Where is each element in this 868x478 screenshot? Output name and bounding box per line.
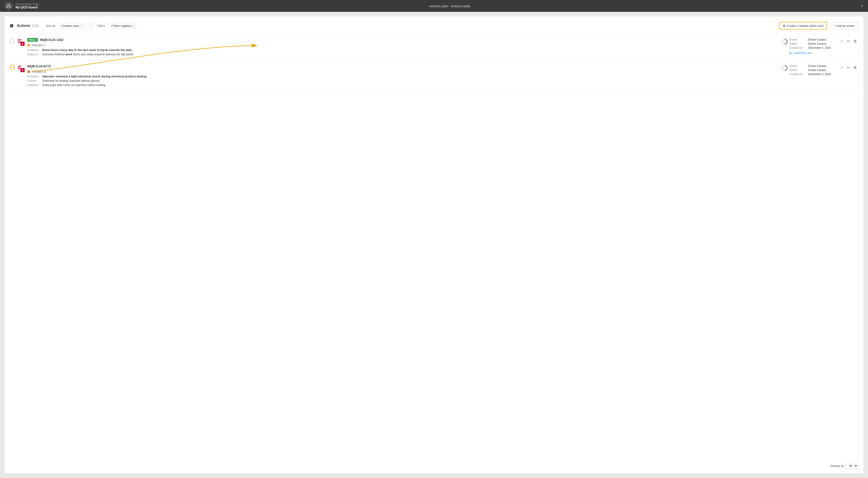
display-label: Display by — [830, 464, 844, 468]
row-1-checkbox[interactable] — [10, 38, 14, 43]
filter-dropdown[interactable]: 2 filters applied ▾ — [109, 23, 136, 29]
bottom-divider — [10, 93, 858, 93]
row-1-meta-block: Owner : Erwan Cazaux Author : Erwan Caza… — [781, 38, 835, 55]
owner-value-1: Erwan Cazaux — [808, 38, 826, 41]
row-1-expand-button[interactable]: ⤢ — [839, 38, 844, 44]
row-2-edit-button[interactable]: ✏ — [846, 64, 851, 70]
row-1-progress-icon — [781, 38, 788, 45]
row-2-expand-button[interactable]: ⤢ — [839, 64, 844, 70]
close-button[interactable]: × — [861, 3, 863, 9]
attached-card-icon: ⊞ — [789, 51, 792, 55]
app-logo — [5, 2, 13, 10]
indicator-1-dot — [27, 44, 30, 47]
owner-label-2: Owner : — [789, 64, 807, 68]
sort-label: Sort by — [46, 24, 55, 28]
row-1-meta: Owner : Erwan Cazaux Author : Erwan Caza… — [789, 38, 835, 55]
solution-label-2: Solution: — [27, 83, 41, 87]
create-related-button[interactable]: ⊞ Create a related action card — [779, 22, 827, 30]
solution-value-1: Increase finished good stock and setup e… — [42, 53, 133, 56]
row-1-icon: S — [17, 38, 25, 46]
create-related-icon: ⊞ — [783, 24, 785, 28]
row-2-author: Author : Erwan Cazaux — [789, 68, 835, 72]
add-action-label: + Add an action — [834, 24, 855, 28]
row-1-owner: Owner : Erwan Cazaux — [789, 38, 835, 41]
actions-label: Actions — [17, 24, 30, 28]
row-1-indicator: Indicator 1 — [27, 43, 775, 47]
main-container: Actions (2/2) Sort by Creation date ▾ ↓ … — [5, 17, 863, 473]
filter-chevron-icon: ▾ — [132, 25, 134, 27]
created-label-1: Created on : — [789, 46, 807, 50]
row-1-content: Minor MQB-S-24-1162 Indicator 1 Problem:… — [27, 38, 775, 57]
author-value-1: Erwan Cazaux — [808, 42, 826, 45]
cause-label-2: Cause: — [27, 79, 41, 83]
filter-label: Filters — [97, 24, 105, 28]
sort-value: Creation date — [62, 24, 79, 28]
board-name: My QCD board — [16, 5, 39, 9]
row-1-problem: Problem: Extra hours every day in the la… — [27, 48, 775, 52]
created-value-1: December 5, 2024 — [808, 46, 831, 50]
display-footer: Display by 10 20 50 — [830, 463, 858, 469]
row-2-problem: Problem: Operator received a light elect… — [27, 75, 775, 78]
indicator-2-dot — [27, 70, 30, 73]
action-row-1: S Minor MQB-S-24-1162 Indicator 1 Proble… — [10, 34, 858, 61]
sort-direction-button[interactable]: ↓ — [88, 23, 94, 29]
solution-value-2: Poka yoke with cover on machine before t… — [42, 83, 105, 87]
problem-value-2: Operator received a light electrical sho… — [42, 75, 147, 78]
add-action-button[interactable]: + Add an action — [831, 22, 858, 29]
row-2-solution: Solution: Poka yoke with cover on machin… — [27, 83, 775, 87]
row-1-solution: Solution: Increase finished good stock a… — [27, 53, 775, 56]
row-2-meta-block: Owner : Erwan Cazaux Author : Erwan Caza… — [781, 64, 835, 76]
sort-dropdown[interactable]: Creation date ▾ — [59, 23, 84, 29]
row-1-edit-button[interactable]: ✏ — [846, 38, 851, 44]
page-title: Actions plan - Actions table — [429, 4, 470, 8]
header-left: Documentation Team My QCD board — [5, 2, 39, 10]
row-2-progress-icon — [781, 65, 788, 71]
cause-value-2: Switched on testing machine without glov… — [42, 79, 99, 83]
row-2-cause: Cause: Switched on testing machine witho… — [27, 79, 775, 83]
app-header: Documentation Team My QCD board Actions … — [0, 0, 868, 12]
row-2-id: MQB-S-24-6773 — [27, 64, 51, 68]
row-2-owner: Owner : Erwan Cazaux — [789, 64, 835, 68]
svg-point-2 — [9, 6, 11, 7]
actions-count: (2/2) — [32, 24, 39, 28]
row-2-icon: S — [17, 65, 25, 72]
problem-label: Problem: — [27, 48, 41, 52]
attached-card-link[interactable]: ⊞ 1 attached card — [789, 51, 835, 55]
select-all-checkbox[interactable] — [10, 24, 13, 27]
actions-title-group: Actions (2/2) — [17, 24, 38, 28]
created-label-2: Created on : — [789, 73, 807, 76]
row-1-created: Created on : December 5, 2024 — [789, 46, 835, 50]
problem-value-1: Extra hours every day in the last week t… — [42, 48, 132, 52]
row-1-author: Author : Erwan Cazaux — [789, 42, 835, 45]
toolbar: Actions (2/2) Sort by Creation date ▾ ↓ … — [10, 22, 858, 30]
row-2-checkbox[interactable]: ✓ — [10, 65, 14, 69]
row-2-delete-button[interactable]: 🗑 — [852, 65, 858, 70]
svg-point-0 — [8, 4, 9, 6]
team-name: Documentation Team — [16, 3, 39, 5]
solution-label-1: Solution: — [27, 53, 41, 56]
owner-value-2: Erwan Cazaux — [808, 64, 826, 68]
row-1-header: Minor MQB-S-24-1162 — [27, 38, 775, 42]
create-related-label: Create a related action card — [787, 24, 824, 28]
attached-card-label: 1 attached card — [793, 52, 811, 55]
row-2-indicator: Indicator 2 — [27, 70, 775, 73]
filter-value: 2 filters applied — [112, 24, 131, 28]
row-1-id: MQB-S-24-1162 — [40, 38, 64, 42]
row-1-delete-button[interactable]: 🗑 — [852, 38, 858, 44]
row-2-created: Created on : December 5, 2024 — [789, 73, 835, 76]
indicator-1-name: Indicator 1 — [32, 43, 46, 47]
app-title-group: Documentation Team My QCD board — [16, 3, 39, 9]
created-value-2: December 5, 2024 — [808, 73, 831, 76]
row-2-actions: ⤢ ✏ 🗑 — [839, 64, 858, 70]
minor-badge: Minor — [27, 38, 38, 42]
display-select[interactable]: 10 20 50 — [846, 463, 858, 469]
author-label-2: Author : — [789, 68, 807, 72]
problem-label-2: Problem: — [27, 75, 41, 78]
svg-point-1 — [7, 6, 8, 7]
owner-label-1: Owner : — [789, 38, 807, 41]
author-label-1: Author : — [789, 42, 807, 45]
row-2-header: MQB-S-24-6773 — [27, 64, 775, 68]
row-2-meta: Owner : Erwan Cazaux Author : Erwan Caza… — [789, 64, 835, 76]
action-row-2: ✓ S MQB-S-24-6773 Indicator 2 Problem: O… — [10, 61, 858, 91]
row-1-actions: ⤢ ✏ 🗑 — [839, 38, 858, 44]
